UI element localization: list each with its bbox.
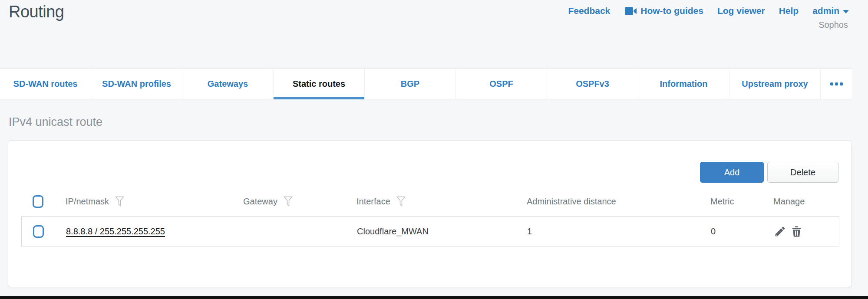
row-ip-netmask-cell: 8.8.8.8 / 255.255.255.255 bbox=[53, 227, 231, 237]
tab-ospf[interactable]: OSPF bbox=[456, 69, 547, 99]
table-header-row: IP/netmask Gateway Interface Administrat… bbox=[21, 190, 839, 214]
log-viewer-link[interactable]: Log viewer bbox=[717, 6, 765, 16]
route-link[interactable]: 8.8.8.8 / 255.255.255.255 bbox=[66, 227, 165, 237]
ipv4-route-card: Add Delete IP/netmask Gateway Interfac bbox=[8, 140, 852, 287]
filter-funnel-icon[interactable] bbox=[284, 196, 293, 207]
top-utility-nav: Feedback How-to guides Log viewer Help a… bbox=[568, 6, 849, 16]
header-admin-distance-label: Administrative distance bbox=[527, 197, 616, 207]
routing-page: Routing Feedback How-to guides Log viewe… bbox=[0, 0, 868, 299]
table-toolbar: Add Delete bbox=[700, 162, 838, 183]
routing-tabbar: SD-WAN routes SD-WAN profiles Gateways S… bbox=[0, 69, 852, 99]
howto-guides-label: How-to guides bbox=[640, 6, 703, 16]
tab-bgp[interactable]: BGP bbox=[365, 69, 456, 99]
tab-ospfv3[interactable]: OSPFv3 bbox=[547, 69, 638, 99]
add-button[interactable]: Add bbox=[700, 162, 764, 183]
tab-upstream-proxy[interactable]: Upstream proxy bbox=[729, 69, 821, 99]
row-admin-distance-cell: 1 bbox=[514, 227, 698, 237]
tab-sd-wan-routes[interactable]: SD-WAN routes bbox=[0, 69, 91, 99]
howto-guides-link[interactable]: How-to guides bbox=[624, 6, 703, 16]
row-checkbox-cell bbox=[22, 225, 53, 238]
tab-gateways[interactable]: Gateways bbox=[182, 69, 274, 99]
row-interface-cell: Cloudflare_MWAN bbox=[344, 227, 514, 237]
help-link[interactable]: Help bbox=[779, 6, 799, 16]
tab-information[interactable]: Information bbox=[638, 69, 729, 99]
header-interface: Interface bbox=[343, 196, 514, 207]
header-checkbox-cell bbox=[21, 195, 53, 208]
filter-funnel-icon[interactable] bbox=[396, 196, 406, 207]
tab-sd-wan-profiles[interactable]: SD-WAN profiles bbox=[91, 69, 182, 99]
header-manage-label: Manage bbox=[773, 197, 805, 207]
header-manage: Manage bbox=[760, 197, 839, 207]
header-ip-netmask-label: IP/netmask bbox=[66, 197, 109, 207]
table-row: 8.8.8.8 / 255.255.255.255 Cloudflare_MWA… bbox=[21, 216, 839, 246]
header-gateway-label: Gateway bbox=[243, 197, 277, 207]
user-menu[interactable]: admin bbox=[812, 6, 849, 16]
header-ip-netmask: IP/netmask bbox=[53, 196, 230, 207]
select-all-checkbox[interactable] bbox=[33, 195, 43, 208]
header-interface-label: Interface bbox=[356, 197, 390, 207]
ellipsis-icon bbox=[830, 82, 833, 85]
feedback-link[interactable]: Feedback bbox=[568, 6, 610, 16]
row-checkbox[interactable] bbox=[33, 225, 44, 238]
chevron-down-icon bbox=[843, 10, 849, 13]
filter-funnel-icon[interactable] bbox=[115, 196, 124, 207]
header-metric: Metric bbox=[697, 197, 760, 207]
delete-button[interactable]: Delete bbox=[767, 162, 838, 183]
header-admin-distance: Administrative distance bbox=[514, 197, 697, 207]
edit-pencil-icon[interactable] bbox=[774, 225, 786, 238]
page-title: Routing bbox=[9, 3, 64, 21]
video-camera-icon bbox=[624, 7, 637, 16]
row-metric-cell: 0 bbox=[698, 227, 761, 237]
row-manage-cell bbox=[761, 225, 839, 238]
delete-trash-icon[interactable] bbox=[790, 225, 803, 238]
window-bottom-edge bbox=[0, 296, 868, 299]
section-title: IPv4 unicast route bbox=[9, 115, 102, 129]
more-tabs-button[interactable] bbox=[821, 69, 852, 99]
brand-label: Sophos bbox=[818, 20, 848, 30]
tab-static-routes[interactable]: Static routes bbox=[274, 69, 365, 99]
header-gateway: Gateway bbox=[230, 196, 343, 207]
header-metric-label: Metric bbox=[710, 197, 734, 207]
user-menu-label: admin bbox=[812, 6, 839, 16]
